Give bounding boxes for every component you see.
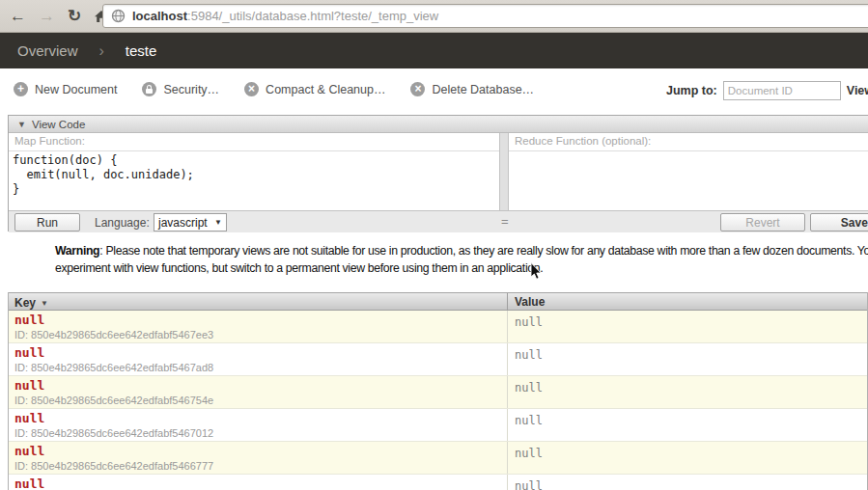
jump-to-input[interactable] [723, 81, 841, 100]
row-value: null [507, 311, 867, 342]
browser-toolbar: ← → ↻ localhost:5984/_utils/database.htm… [0, 0, 868, 33]
row-key: null [14, 477, 507, 490]
compact-cleanup-button[interactable]: × Compact & Cleanup… [244, 82, 385, 96]
row-value: null [507, 442, 867, 474]
chevron-right-icon: › [99, 42, 104, 60]
plus-icon: + [14, 82, 28, 96]
chevron-down-icon: ▼ [214, 218, 222, 227]
revert-button[interactable]: Revert [720, 213, 805, 231]
language-label: Language: [95, 216, 150, 230]
reduce-function-panel: Reduce Function (optional): [508, 133, 868, 210]
breadcrumb: Overview › teste [0, 33, 868, 68]
key-column-header[interactable]: Key ▼ [9, 293, 507, 310]
language-select[interactable]: javascript ▼ [154, 213, 227, 231]
back-icon[interactable]: ← [10, 8, 26, 24]
jump-to-label: Jump to: [666, 84, 717, 97]
table-row[interactable]: null ID: 850e4b29865dc6ee642edfabf5467ee… [9, 311, 867, 343]
map-function-panel: Map Function: function(doc) { emit(null,… [9, 133, 500, 210]
delete-database-button[interactable]: × Delete Database… [410, 82, 534, 96]
row-key-cell[interactable]: null ID: 850e4b29865dc6ee642edfabf5467ee… [9, 311, 507, 342]
url-text: localhost:5984/_utils/database.html?test… [132, 9, 438, 23]
row-doc-id: ID: 850e4b29865dc6ee642edfabf5467ad8 [14, 362, 507, 373]
globe-icon [111, 9, 126, 23]
row-value: null [507, 376, 867, 408]
row-key-cell[interactable]: null ID: 850e4b29865dc6ee642edfabf546677… [9, 442, 507, 474]
row-value: null [507, 475, 867, 490]
table-row[interactable]: null ID: 850e4b29865dc6ee642edfabf546701… [9, 409, 867, 442]
breadcrumb-overview-link[interactable]: Overview [17, 42, 78, 59]
row-key-cell[interactable]: null [9, 475, 507, 490]
reduce-function-textarea[interactable] [509, 151, 868, 210]
row-doc-id: ID: 850e4b29865dc6ee642edfabf5466777 [14, 460, 507, 472]
table-row[interactable]: null ID: 850e4b29865dc6ee642edfabf5467ad… [9, 343, 867, 376]
results-table: Key ▼ Value null ID: 850e4b29865dc6ee642… [8, 292, 868, 490]
save-as-button[interactable]: Save As... [810, 213, 868, 231]
row-key: null [14, 445, 507, 458]
map-function-label: Map Function: [9, 133, 499, 151]
table-row[interactable]: null null [9, 475, 867, 490]
compact-icon: × [244, 82, 259, 96]
table-header: Key ▼ Value [9, 292, 867, 311]
row-doc-id: ID: 850e4b29865dc6ee642edfabf546754e [14, 395, 507, 406]
new-document-button[interactable]: + New Document [14, 82, 117, 96]
row-key-cell[interactable]: null ID: 850e4b29865dc6ee642edfabf546754… [9, 376, 507, 408]
database-toolbar: + New Document Security… × Compact & Cle… [0, 77, 868, 108]
row-value: null [507, 343, 867, 375]
row-key: null [14, 346, 507, 360]
view-label: View: [847, 84, 868, 97]
reduce-function-label: Reduce Function (optional): [509, 133, 868, 151]
security-button[interactable]: Security… [142, 82, 219, 96]
value-column-header: Value [507, 293, 867, 310]
forward-icon[interactable]: → [39, 8, 55, 24]
row-key: null [14, 313, 507, 327]
row-doc-id: ID: 850e4b29865dc6ee642edfabf5467012 [14, 427, 507, 439]
view-code-footer: Run Language: javascript ▼ = Revert Save… [9, 210, 868, 232]
reload-icon[interactable]: ↻ [68, 8, 81, 24]
row-key-cell[interactable]: null ID: 850e4b29865dc6ee642edfabf546701… [9, 409, 507, 441]
sort-descending-icon: ▼ [41, 299, 48, 308]
row-key: null [14, 412, 507, 425]
table-row[interactable]: null ID: 850e4b29865dc6ee642edfabf546677… [9, 442, 867, 475]
collapse-triangle-icon: ▼ [17, 120, 26, 129]
row-key-cell[interactable]: null ID: 850e4b29865dc6ee642edfabf5467ad… [9, 343, 507, 375]
delete-icon: × [410, 82, 425, 96]
breadcrumb-current-db: teste [126, 42, 157, 59]
run-button[interactable]: Run [14, 213, 80, 231]
view-code-panel: ▼ View Code Map Function: function(doc) … [8, 115, 868, 231]
url-bar[interactable]: localhost:5984/_utils/database.html?test… [102, 4, 868, 28]
table-row[interactable]: null ID: 850e4b29865dc6ee642edfabf546754… [9, 376, 867, 409]
view-code-header[interactable]: ▼ View Code [9, 116, 868, 133]
temporary-view-warning: Warning: Please note that temporary view… [55, 242, 868, 277]
row-key: null [14, 379, 507, 393]
row-value: null [507, 409, 867, 441]
resize-grip[interactable]: = [501, 214, 509, 229]
row-doc-id: ID: 850e4b29865dc6ee642edfabf5467ee3 [14, 329, 507, 340]
map-function-textarea[interactable]: function(doc) { emit(null, doc.unidade);… [9, 151, 499, 210]
lock-icon [142, 82, 156, 96]
